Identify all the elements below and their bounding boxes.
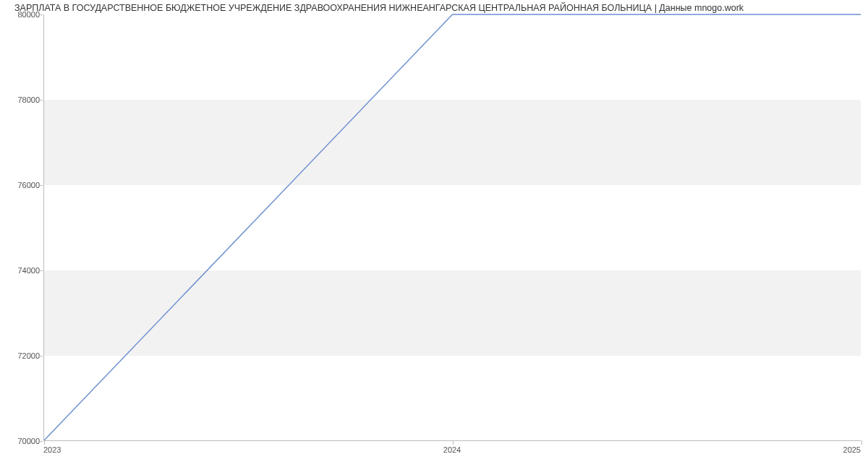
x-tick-label: 2025: [843, 445, 861, 454]
salary-line: [44, 14, 861, 440]
y-tick-label: 80000: [17, 10, 40, 19]
line-layer: [44, 14, 861, 440]
y-tick-label: 74000: [17, 266, 40, 275]
x-tick-label: 2023: [43, 445, 61, 454]
y-tick: [38, 441, 43, 442]
y-tick-label: 72000: [17, 351, 40, 360]
plot-area: [43, 14, 861, 441]
y-tick: [38, 185, 43, 186]
chart-title: ЗАРПЛАТА В ГОСУДАРСТВЕННОЕ БЮДЖЕТНОЕ УЧР…: [14, 3, 744, 13]
y-tick: [38, 270, 43, 271]
y-tick-label: 70000: [17, 437, 40, 445]
y-tick: [38, 356, 43, 356]
x-tick-label: 2024: [443, 445, 461, 454]
y-axis-labels: 700007200074000760007800080000: [0, 14, 40, 441]
y-tick: [38, 100, 43, 101]
x-tick: [861, 440, 862, 445]
y-tick-label: 78000: [17, 95, 40, 104]
y-tick-label: 76000: [17, 181, 40, 189]
y-tick: [38, 14, 43, 15]
salary-chart: ЗАРПЛАТА В ГОСУДАРСТВЕННОЕ БЮДЖЕТНОЕ УЧР…: [0, 0, 868, 470]
x-axis-labels: 202320242025: [43, 441, 861, 456]
